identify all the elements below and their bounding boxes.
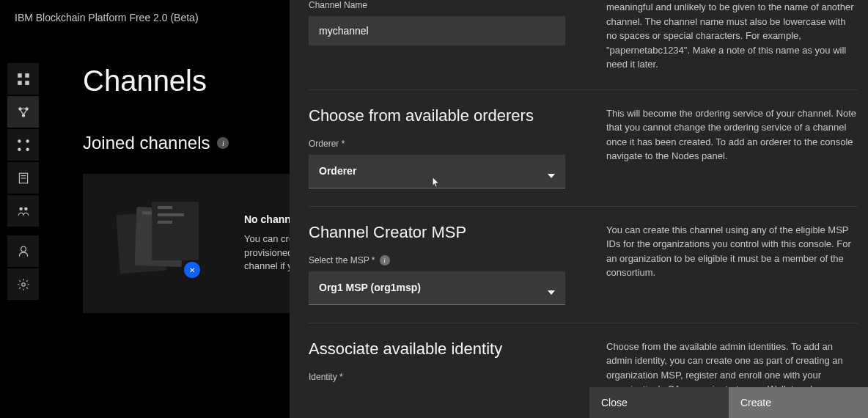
nav-smart-contracts[interactable] (7, 162, 39, 194)
channel-name-input[interactable] (309, 16, 565, 45)
nav-dashboard[interactable] (7, 63, 39, 95)
channel-name-help: meaningful and unlikely to be given to t… (606, 0, 858, 72)
close-icon: ✕ (184, 262, 200, 278)
identity-label: Identity * (309, 372, 565, 382)
nav-settings[interactable] (7, 268, 39, 300)
identity-help: Choose from the available admin identiti… (606, 340, 858, 388)
info-icon[interactable]: i (217, 137, 229, 149)
msp-group-title: Channel Creator MSP (309, 223, 565, 242)
svg-point-16 (21, 246, 26, 252)
svg-point-9 (18, 147, 21, 151)
svg-point-15 (24, 207, 28, 210)
msp-select[interactable]: Org1 MSP (org1msp) (309, 271, 565, 305)
msp-label: Select the MSP * i (309, 255, 565, 265)
svg-point-10 (26, 147, 29, 151)
orderer-label: Orderer * (309, 139, 565, 149)
watermark: @51CTO博客 (812, 401, 862, 412)
user-icon (17, 245, 30, 258)
sidebar-nav (0, 56, 39, 418)
nodes-icon (17, 106, 30, 119)
svg-rect-2 (18, 81, 22, 85)
svg-rect-0 (18, 73, 22, 78)
info-icon[interactable]: i (380, 255, 390, 265)
nav-user[interactable] (7, 235, 39, 267)
chevron-down-icon (548, 285, 555, 290)
svg-point-8 (26, 139, 29, 143)
orderer-group-title: Choose from available orderers (309, 106, 565, 125)
nav-nodes[interactable] (7, 96, 39, 128)
identity-group-title: Associate available identity (309, 340, 565, 359)
msp-value: Org1 MSP (org1msp) (319, 282, 421, 293)
chevron-down-icon (548, 169, 555, 173)
svg-rect-1 (25, 73, 29, 78)
contracts-icon (17, 172, 30, 185)
channel-name-label: Channel Name (309, 0, 565, 10)
nav-organizations[interactable] (7, 195, 39, 227)
orderer-value: Orderer (319, 165, 356, 177)
grid-icon (17, 73, 30, 86)
close-button[interactable]: Close (589, 387, 729, 418)
create-channel-modal: Channel Name meaningful and unlikely to … (290, 0, 868, 418)
svg-point-7 (18, 139, 21, 143)
orderer-select[interactable]: Orderer (309, 155, 565, 188)
svg-rect-3 (25, 81, 29, 85)
msp-help: You can create this channel using any of… (606, 223, 858, 305)
orderer-help: This will become the ordering service of… (606, 106, 858, 188)
channels-icon (17, 139, 30, 152)
empty-illustration: ✕ (102, 196, 227, 291)
joined-channels-label: Joined channels (83, 133, 210, 153)
orgs-icon (17, 205, 30, 218)
svg-point-17 (21, 282, 25, 286)
gear-icon (17, 278, 30, 291)
svg-point-14 (19, 207, 23, 210)
nav-channels[interactable] (7, 129, 39, 161)
